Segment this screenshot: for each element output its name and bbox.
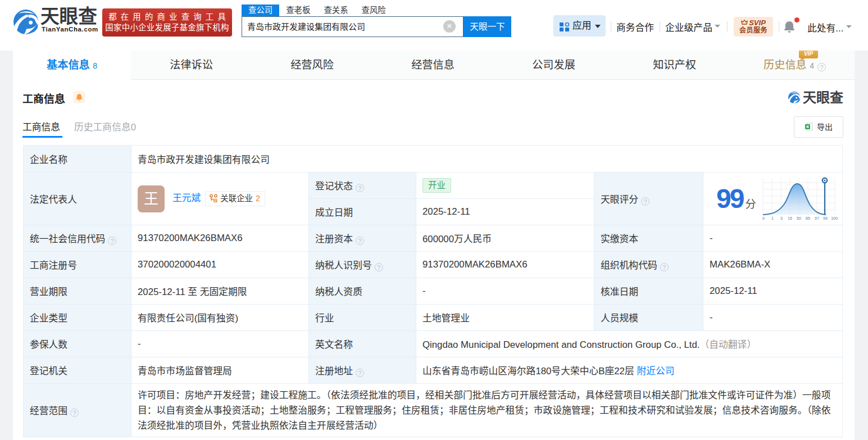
svg-text:100: 100 (831, 216, 838, 220)
svg-text:50: 50 (797, 216, 801, 220)
svg-text:1: 1 (771, 216, 774, 220)
svg-text:97: 97 (815, 216, 819, 220)
svg-text:企: 企 (213, 198, 217, 202)
svg-text:3: 3 (780, 216, 783, 220)
svg-text:99: 99 (823, 216, 828, 220)
svg-text:0: 0 (762, 216, 765, 220)
svg-text:85: 85 (806, 216, 810, 220)
svg-text:15: 15 (788, 216, 792, 220)
